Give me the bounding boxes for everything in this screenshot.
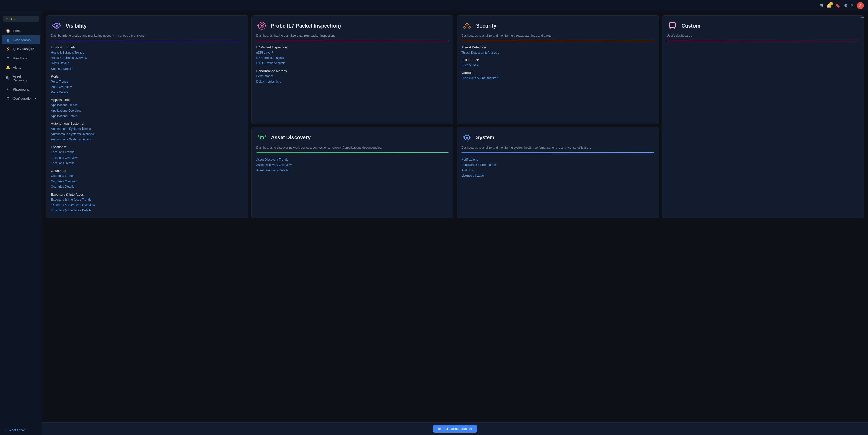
- link-as-details[interactable]: Autonomous Systems Details: [51, 137, 244, 142]
- security-section-soc: SOC & KPIs:: [461, 58, 654, 62]
- full-dashboards-list-button[interactable]: ▦ Full dashboards list: [433, 425, 477, 433]
- link-ports-overview[interactable]: Ports Overview: [51, 85, 244, 89]
- sidebar-item-label: Home: [13, 29, 22, 33]
- quick-analysis-icon: ⚡: [6, 47, 10, 51]
- link-audit-log[interactable]: Audit Log: [461, 168, 654, 173]
- sidebar-item-home[interactable]: 🏠 Home: [2, 26, 40, 35]
- avatar[interactable]: A: [857, 2, 864, 9]
- security-card: Security Dashboards to analize and monit…: [457, 15, 659, 124]
- probe-card: Probe (L7 Packet Inspection) Dashboards …: [251, 15, 454, 124]
- sidebar-item-quick-analysis[interactable]: ⚡ Quick Analysis: [2, 45, 40, 53]
- link-license-utilization[interactable]: License utilization: [461, 173, 654, 178]
- chevron-down-icon: ▾: [35, 97, 37, 100]
- dashboards-icon: ▦: [6, 38, 10, 42]
- custom-card: Custom User's dashboards: [662, 15, 864, 218]
- sidebar-item-asset-discovery[interactable]: 🔍 Asset Discovery: [2, 72, 40, 84]
- link-applications-trends[interactable]: Applications Trends: [51, 103, 244, 108]
- edit-icon[interactable]: ✏: [861, 15, 864, 20]
- link-exporters-overview[interactable]: Exporters & Interfaces Overview: [51, 203, 244, 208]
- security-icon: [461, 20, 473, 31]
- link-subnets-details[interactable]: Subnets Details: [51, 66, 244, 71]
- settings-icon[interactable]: ⚙: [844, 3, 847, 8]
- link-locations-trends[interactable]: Locations Trends: [51, 150, 244, 155]
- link-locations-overview[interactable]: Locations Overview: [51, 155, 244, 161]
- probe-title: Probe (L7 Packet Inspection): [271, 23, 341, 29]
- sidebar-item-configuration[interactable]: ⚙ Configuration ▾: [2, 94, 40, 103]
- alerts-icon: 🔔: [6, 65, 10, 69]
- svg-point-29: [466, 137, 468, 139]
- svg-point-13: [468, 26, 470, 28]
- link-exporters-details[interactable]: Exporters & Interfaces Details: [51, 208, 244, 213]
- link-ndpi-layer7[interactable]: nDPI Layer7: [256, 50, 449, 55]
- link-hosts-details[interactable]: Hosts Details: [51, 61, 244, 66]
- whats-new-label: What's new?: [9, 428, 26, 432]
- visibility-desc: Dashboards to analize and monitoring net…: [51, 33, 244, 38]
- svg-rect-17: [669, 23, 675, 27]
- link-asset-trends[interactable]: Asset Discovery Trends: [256, 157, 449, 162]
- system-card: System Dashboards to analize and monitor…: [457, 127, 659, 218]
- bottom-bar: ▦ Full dashboards list: [42, 422, 868, 435]
- link-countries-overview[interactable]: Countries Overview: [51, 179, 244, 184]
- link-exporters-trends[interactable]: Exporters & Interfaces Trends: [51, 197, 244, 202]
- svg-line-15: [468, 26, 469, 26]
- link-countries-trends[interactable]: Countries Trends: [51, 174, 244, 178]
- link-locations-details[interactable]: Locations Details: [51, 161, 244, 166]
- link-applications-overview[interactable]: Applications Overview: [51, 108, 244, 113]
- sidebar-item-label: Quick Analysis: [13, 47, 34, 51]
- link-as-trends[interactable]: Autonomous Systems Trends: [51, 126, 244, 131]
- dashboard-grid: Visibility Dashboards to analize and mon…: [46, 15, 864, 218]
- link-performance[interactable]: Performance: [256, 74, 449, 79]
- home-icon: 🏠: [6, 29, 10, 33]
- probe-divider: [256, 40, 449, 41]
- full-list-label: Full dashboards list: [443, 427, 472, 431]
- probe-desc: Dashboards that help analize data from p…: [256, 33, 449, 38]
- link-threat-detection[interactable]: Threat Detection & Analysis: [461, 50, 654, 55]
- visibility-title: Visibility: [66, 23, 87, 29]
- sidebar-alert[interactable]: ⚠ ▲ 2: [3, 16, 39, 22]
- visibility-section-ports: Ports:: [51, 75, 244, 78]
- help-icon[interactable]: ?: [851, 3, 853, 8]
- link-countries-details[interactable]: Countries Details: [51, 184, 244, 189]
- link-asset-details[interactable]: Asset Discovery Details: [256, 168, 449, 173]
- link-delay-metrics[interactable]: Delay metrics time: [256, 79, 449, 84]
- link-asset-overview[interactable]: Asset Discovery Overview: [256, 163, 449, 168]
- link-applications-details[interactable]: Applications Details: [51, 114, 244, 119]
- link-http-traffic[interactable]: HTTP Traffic Analysis: [256, 61, 449, 66]
- sidebar-item-alerts[interactable]: 🔔 Alerts: [2, 63, 40, 71]
- topbar-icons: ⊞ 🔔 1 🔖 ⚙ ? A: [819, 2, 864, 9]
- svg-line-14: [464, 26, 465, 26]
- link-hosts-subnets-overview[interactable]: Hosts & Subnets Overview: [51, 56, 244, 60]
- link-suspicious[interactable]: Suspicious & Unauthorized: [461, 76, 654, 81]
- visibility-card: Visibility Dashboards to analize and mon…: [46, 15, 248, 218]
- list-icon: ▦: [438, 427, 441, 431]
- whats-new-link[interactable]: ↻ What's new?: [4, 428, 38, 432]
- playground-icon: ✦: [6, 87, 10, 91]
- notification-icon[interactable]: 🔔 1: [827, 3, 832, 8]
- system-card-header: System: [461, 132, 654, 143]
- sidebar-item-dashboards[interactable]: ▦ Dashboards: [2, 35, 40, 44]
- visibility-card-header: Visibility: [51, 20, 244, 31]
- svg-point-6: [261, 25, 263, 27]
- link-ports-trends[interactable]: Ports Trends: [51, 79, 244, 84]
- sidebar-item-label: Dashboards: [13, 38, 31, 42]
- link-hosts-subnets-trends[interactable]: Hosts & Subnets Trends: [51, 50, 244, 55]
- config-left: ⚙ Configuration: [6, 96, 32, 100]
- link-ports-details[interactable]: Ports Details: [51, 90, 244, 95]
- system-divider: [461, 152, 654, 153]
- link-hardware-performance[interactable]: Hardware & Performance: [461, 163, 654, 168]
- bookmark-icon[interactable]: 🔖: [835, 3, 840, 8]
- link-soc-kpis[interactable]: SOC & KPIs: [461, 63, 654, 68]
- system-icon: [461, 132, 473, 143]
- asset-discovery-card: Asset Discovery Dashboards to discover n…: [251, 127, 454, 218]
- notification-badge: 1: [829, 2, 833, 5]
- apps-icon[interactable]: ⊞: [819, 3, 823, 8]
- asset-icon: [256, 132, 268, 143]
- link-as-overview[interactable]: Autonomous Systems Overview: [51, 132, 244, 137]
- link-dns-traffic[interactable]: DNS Traffic Analysis: [256, 56, 449, 60]
- security-section-threat: Threat Detection:: [461, 46, 654, 49]
- link-notifications[interactable]: Notifications: [461, 157, 654, 162]
- raw-data-icon: ≡: [6, 56, 10, 60]
- sidebar-item-playground[interactable]: ✦ Playground: [2, 85, 40, 94]
- sidebar-item-raw-data[interactable]: ≡ Raw Data: [2, 54, 40, 62]
- visibility-section-exporters: Exporters & Interfaces:: [51, 193, 244, 196]
